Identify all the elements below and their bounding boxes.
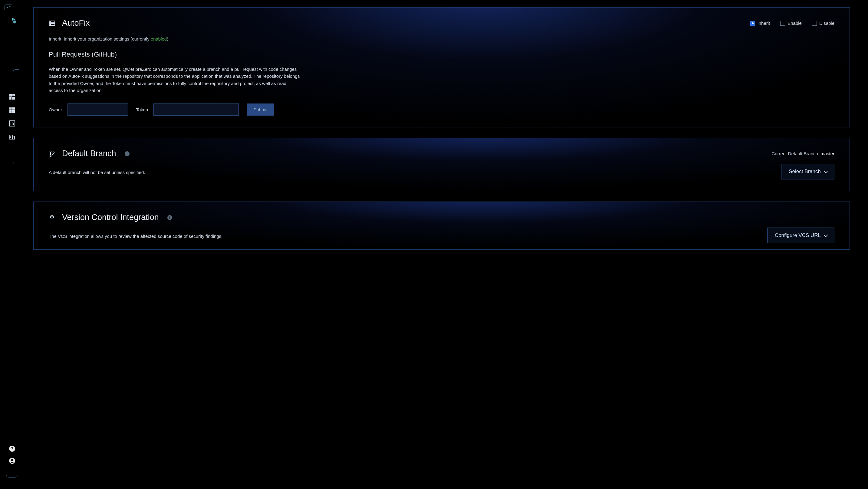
- current-branch-info: Current Default Branch: master: [771, 151, 834, 156]
- nav-apps-icon[interactable]: [9, 107, 16, 114]
- autofix-mode-group: Inherit Enable Disable: [750, 21, 834, 26]
- nav-org-icon[interactable]: [9, 133, 16, 140]
- svg-rect-5: [11, 108, 13, 109]
- sidebar: ?: [0, 0, 24, 489]
- vcs-description: The VCS integration allows you to review…: [49, 234, 222, 239]
- main-content: AutoFix Inherit Enable Disable: [24, 0, 868, 489]
- inherit-suffix: ): [167, 36, 168, 41]
- svg-rect-11: [11, 111, 13, 113]
- svg-rect-1: [12, 94, 15, 96]
- nav-group: [9, 93, 16, 140]
- svg-rect-7: [9, 110, 11, 111]
- owner-input[interactable]: [67, 103, 128, 116]
- svg-point-33: [50, 151, 51, 152]
- svg-text:?: ?: [11, 446, 13, 451]
- chevron-down-icon: [824, 233, 828, 237]
- autofix-title: AutoFix: [62, 19, 90, 28]
- default-branch-card: Default Branch i Current Default Branch:…: [33, 138, 850, 191]
- svg-rect-0: [9, 94, 12, 96]
- vcs-card: Version Control Integration i The VCS in…: [33, 202, 850, 250]
- svg-point-34: [50, 155, 51, 156]
- user-avatar-icon[interactable]: [9, 458, 16, 464]
- nav-dashboard-icon[interactable]: [9, 93, 16, 100]
- inherit-status-line: Inherit: inherit your organization setti…: [49, 36, 834, 41]
- radio-label: Enable: [787, 21, 802, 26]
- autofix-card: AutoFix Inherit Enable Disable: [33, 7, 850, 127]
- svg-point-30: [50, 22, 51, 22]
- svg-rect-18: [12, 136, 14, 139]
- info-icon[interactable]: i: [167, 215, 172, 220]
- svg-rect-12: [13, 111, 15, 113]
- nav-analytics-icon[interactable]: [9, 120, 16, 127]
- branch-icon: [49, 150, 55, 157]
- svg-rect-10: [9, 111, 11, 113]
- bracket-decoration: [6, 471, 18, 478]
- configure-vcs-label: Configure VCS URL: [775, 233, 821, 239]
- token-input[interactable]: [153, 103, 239, 116]
- default-branch-description: A default branch will not be set unless …: [49, 170, 145, 175]
- svg-point-35: [53, 152, 54, 153]
- chevron-down-icon: [824, 169, 828, 173]
- corner-bracket-icon: [4, 4, 14, 16]
- inherit-status-value: enabled: [151, 36, 167, 41]
- radio-box-icon: [812, 21, 817, 26]
- autofix-description: When the Owner and Token are set, Qwiet …: [49, 66, 300, 94]
- radio-box-icon: [780, 21, 785, 26]
- svg-rect-9: [13, 110, 15, 111]
- app-logo-icon: [8, 18, 17, 27]
- bracket-decoration: [13, 158, 19, 164]
- select-branch-button[interactable]: Select Branch: [781, 164, 834, 179]
- svg-rect-17: [10, 135, 12, 139]
- token-label: Token: [136, 107, 148, 112]
- info-icon[interactable]: i: [125, 151, 129, 156]
- default-branch-title: Default Branch: [62, 149, 116, 158]
- configure-vcs-button[interactable]: Configure VCS URL: [767, 227, 834, 243]
- help-icon[interactable]: ?: [9, 446, 16, 452]
- submit-button[interactable]: Submit: [247, 103, 274, 116]
- gear-icon: [49, 214, 55, 221]
- vcs-title: Version Control Integration: [62, 213, 159, 222]
- inherit-prefix: Inherit: inherit your organization setti…: [49, 36, 151, 41]
- current-branch-label: Current Default Branch:: [771, 151, 820, 156]
- pull-requests-heading: Pull Requests (GitHub): [49, 51, 834, 58]
- svg-rect-8: [11, 110, 13, 111]
- radio-label: Inherit: [757, 21, 770, 26]
- owner-label: Owner: [49, 107, 62, 112]
- svg-rect-6: [13, 108, 15, 109]
- radio-disable[interactable]: Disable: [812, 21, 834, 26]
- svg-rect-4: [9, 108, 11, 109]
- sidebar-bottom: ?: [6, 446, 18, 484]
- svg-rect-2: [9, 97, 11, 99]
- radio-inherit[interactable]: Inherit: [750, 21, 770, 26]
- select-branch-label: Select Branch: [789, 169, 821, 175]
- radio-enable[interactable]: Enable: [780, 21, 802, 26]
- bracket-decoration: [13, 69, 19, 75]
- current-branch-value: master: [820, 151, 834, 156]
- radio-box-icon: [750, 21, 755, 26]
- owner-token-form: Owner Token Submit: [49, 103, 834, 116]
- server-icon: [49, 20, 55, 27]
- svg-point-27: [11, 459, 13, 461]
- svg-rect-3: [11, 97, 15, 99]
- svg-point-31: [50, 24, 51, 25]
- radio-label: Disable: [819, 21, 834, 26]
